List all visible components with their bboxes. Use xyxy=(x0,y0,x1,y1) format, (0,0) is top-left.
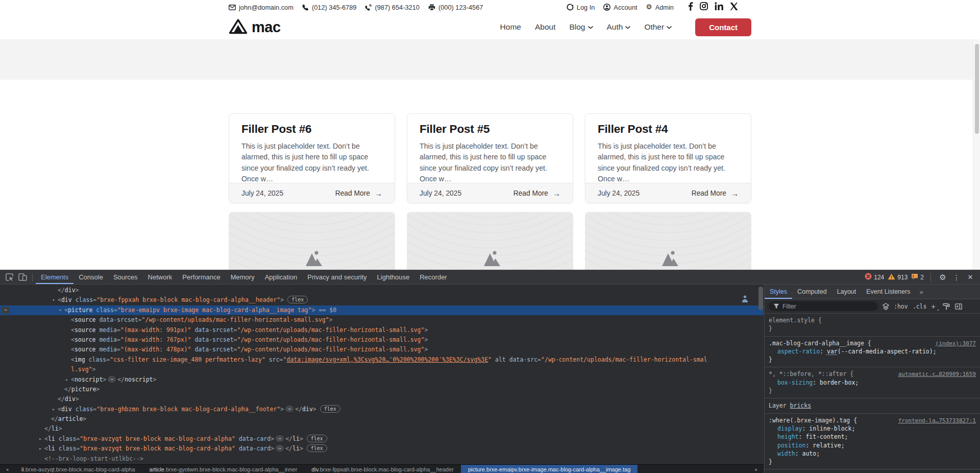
sidebar-more-tabs-icon[interactable]: » xyxy=(915,288,927,296)
console-errors-badge[interactable]: 124 xyxy=(865,273,884,281)
devtools-tab-sources[interactable]: Sources xyxy=(108,270,143,284)
flex-badge[interactable]: flex xyxy=(307,435,327,442)
dom-tree-row[interactable]: <source media="(max-width: 478px)" data-… xyxy=(0,345,764,354)
topbar-link-admin[interactable]: ⚙Admin xyxy=(646,4,674,11)
dom-tree-row[interactable]: <source data-srcset="/wp-content/uploads… xyxy=(0,315,764,325)
dom-tree-row[interactable]: </div> xyxy=(0,394,764,404)
dom-tree-row[interactable]: <!--brx-loop-start-utlkbc--> xyxy=(0,454,764,464)
brand-logo[interactable]: mac xyxy=(229,18,281,36)
devtools-tab-elements[interactable]: Elements xyxy=(36,270,74,284)
contact-button[interactable]: Contact xyxy=(695,18,751,36)
new-style-rule-icon[interactable]: +▾ xyxy=(931,302,938,311)
flex-badge[interactable]: flex xyxy=(307,444,327,452)
nav-item-other[interactable]: Other xyxy=(641,19,675,35)
read-more-link[interactable]: Read More→ xyxy=(513,190,560,197)
sidebar-tab-computed[interactable]: Computed xyxy=(792,285,832,299)
breadcrumb-item[interactable]: article.brxe-gyotwm.brxe-block.mac-blog-… xyxy=(142,465,305,473)
flex-badge[interactable]: flex xyxy=(320,405,340,413)
dom-tree-row[interactable]: ▸<noscript>⋯</noscript> xyxy=(0,375,764,385)
dom-tree-row[interactable]: ⋯▾<picture class="brxe-emaipv brxe-image… xyxy=(0,305,764,315)
accessibility-person-icon[interactable] xyxy=(741,295,749,305)
expand-arrow-down-icon[interactable]: ▾ xyxy=(51,295,57,305)
cascade-layers-icon[interactable] xyxy=(883,303,889,310)
dom-tree-row[interactable]: ▸<li class="brxe-avzyqt brxe-block mac-b… xyxy=(0,444,764,454)
dom-tree-row[interactable]: l.svg"> xyxy=(0,365,764,374)
x-link[interactable] xyxy=(730,3,738,12)
dom-tree-row[interactable]: </div> xyxy=(0,286,764,295)
topbar-link-account[interactable]: Account xyxy=(603,4,637,11)
style-property[interactable]: position: relative; xyxy=(769,441,976,450)
read-more-link[interactable]: Read More→ xyxy=(335,190,382,197)
more-actions-button[interactable]: ⋯ xyxy=(2,307,10,314)
devtools-tab-console[interactable]: Console xyxy=(74,270,108,284)
topbar-link-log-in[interactable]: Log In xyxy=(567,4,595,11)
dom-tree-row[interactable]: <source media="(max-width: 767px)" data-… xyxy=(0,335,764,345)
dom-tree-row[interactable]: </article> xyxy=(0,414,764,424)
style-property[interactable]: aspect-ratio: var(--card-media-aspect-ra… xyxy=(769,347,976,356)
expand-arrow-down-icon[interactable]: ▾ xyxy=(57,305,63,315)
sidebar-tab-layout[interactable]: Layout xyxy=(832,285,862,299)
style-property[interactable]: display: inline-block; xyxy=(769,424,976,433)
page-scrollbar-thumb[interactable] xyxy=(975,44,979,134)
dom-tree-row[interactable]: ▸<li class="brxe-avzyqt brxe-block mac-b… xyxy=(0,434,764,444)
breadcrumb-scroll-right-icon[interactable]: ▸ xyxy=(749,467,764,472)
breadcrumb-item[interactable]: div.brxe-fppxah.brxe-block.mac-blog-card… xyxy=(304,465,461,473)
style-property[interactable]: height: fit-content; xyxy=(769,433,976,441)
dom-tree-row[interactable]: <source media="(max-width: 991px)" data-… xyxy=(0,325,764,335)
nav-item-about[interactable]: About xyxy=(532,19,559,35)
page-scrollbar[interactable] xyxy=(973,39,980,270)
close-devtools-icon[interactable]: ✕ xyxy=(965,273,975,281)
devtools-tab-network[interactable]: Network xyxy=(143,270,178,284)
styles-filter-input[interactable]: Filter xyxy=(769,301,878,311)
topbar-contact-item[interactable]: (012) 345-6789 xyxy=(302,4,357,11)
console-warnings-badge[interactable]: 913 xyxy=(888,273,908,281)
dom-tree-row[interactable]: ▸<div class="brxe-ghbzmn brxe-block mac-… xyxy=(0,405,764,414)
linkedin-link[interactable] xyxy=(715,2,723,12)
style-property[interactable]: box-sizing: border-box; xyxy=(769,379,976,387)
devtools-tab-performance[interactable]: Performance xyxy=(177,270,225,284)
expand-arrow-right-icon[interactable]: ▸ xyxy=(64,375,70,385)
facebook-link[interactable] xyxy=(688,2,693,13)
blog-card-title[interactable]: Filler Post #5 xyxy=(420,123,560,136)
dom-tree-row[interactable]: <img class="css-filter size-image_480 pe… xyxy=(0,355,764,365)
expand-arrow-right-icon[interactable]: ▸ xyxy=(37,444,43,454)
sidebar-tab-event-listeners[interactable]: Event Listeners xyxy=(861,285,915,299)
style-rule-source-link[interactable]: frontend-la…753733827:1 xyxy=(898,417,976,425)
device-toolbar-icon[interactable] xyxy=(16,270,29,284)
instagram-link[interactable] xyxy=(700,2,708,12)
dom-tree-row[interactable]: </li> xyxy=(0,424,764,434)
devtools-tab-application[interactable]: Application xyxy=(260,270,303,284)
topbar-contact-item[interactable]: john@domain.com xyxy=(229,4,293,11)
topbar-contact-item[interactable]: (000) 123-4567 xyxy=(428,4,483,11)
breadcrumb-item[interactable]: li.brxe-avzyqt.brxe-block.mac-blog-card-… xyxy=(14,465,142,473)
settings-gear-icon[interactable]: ⚙ xyxy=(938,273,948,282)
nav-item-home[interactable]: Home xyxy=(497,19,524,35)
toggle-classes-button[interactable]: .cls xyxy=(913,303,927,310)
style-rule-source-link[interactable]: automatic.c…820909:1659 xyxy=(898,370,976,379)
kebab-menu-icon[interactable]: ⋮ xyxy=(951,273,962,281)
collapsed-content-ellipsis[interactable]: ⋯ xyxy=(285,406,293,412)
breadcrumb-scroll-left-icon[interactable]: ◂ xyxy=(0,467,14,472)
expand-arrow-right-icon[interactable]: ▸ xyxy=(37,434,43,444)
blog-card-title[interactable]: Filler Post #6 xyxy=(241,123,382,136)
nav-item-auth[interactable]: Auth xyxy=(604,19,634,35)
collapsed-content-ellipsis[interactable]: ⋯ xyxy=(108,376,116,383)
read-more-link[interactable]: Read More→ xyxy=(692,190,739,197)
dom-tree-row[interactable]: ▾<div class="brxe-fppxah brxe-block mac-… xyxy=(0,295,764,305)
dom-tree-row[interactable]: </picture> xyxy=(0,385,764,394)
breadcrumb-item[interactable]: picture.brxe-emaipv.brxe-image.mac-blog-… xyxy=(461,465,638,473)
layer-link[interactable]: bricks xyxy=(790,402,812,409)
style-rule-source-link[interactable]: (index):3077 xyxy=(936,340,976,348)
devtools-tab-privacy-and-security[interactable]: Privacy and security xyxy=(302,270,372,284)
sidebar-panel-icon[interactable] xyxy=(955,303,962,310)
sidebar-tab-styles[interactable]: Styles xyxy=(765,285,792,299)
collapsed-content-ellipsis[interactable]: ⋯ xyxy=(276,445,284,452)
devtools-tab-memory[interactable]: Memory xyxy=(226,270,260,284)
blog-card-title[interactable]: Filler Post #4 xyxy=(598,123,739,136)
inspect-element-icon[interactable] xyxy=(3,270,16,284)
toggle-hover-state-button[interactable]: :hov xyxy=(894,303,908,310)
issues-badge[interactable]: 2 xyxy=(911,273,924,281)
nav-item-blog[interactable]: Blog xyxy=(566,19,596,35)
collapsed-content-ellipsis[interactable]: ⋯ xyxy=(276,435,284,442)
flex-badge[interactable]: flex xyxy=(287,296,308,303)
